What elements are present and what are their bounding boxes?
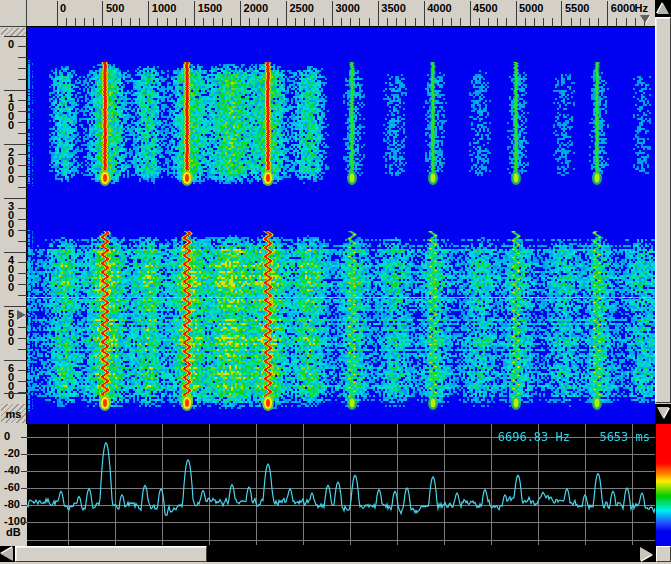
freq-major-tick: [240, 1, 241, 27]
freq-minor-tick: [442, 18, 443, 26]
time-minor-tick: [18, 338, 27, 339]
freq-tick-label: 1000: [152, 3, 176, 13]
frequency-readout: 6696.83 Hz: [484, 430, 570, 444]
ruler-corner-box: [0, 0, 27, 27]
time-minor-tick: [18, 219, 27, 220]
freq-minor-tick: [396, 18, 397, 26]
freq-major-tick: [516, 1, 517, 27]
freq-minor-tick: [249, 18, 250, 26]
db-tick-label: -80: [4, 499, 20, 509]
freq-minor-tick: [451, 18, 452, 26]
time-ruler: ms 0100020003000400050006000: [0, 27, 27, 424]
horizontal-scrollbar-thumb[interactable]: [15, 546, 207, 562]
freq-minor-tick: [93, 18, 94, 26]
time-minor-tick: [18, 100, 27, 101]
freq-minor-tick: [176, 18, 177, 26]
time-minor-tick: [18, 46, 27, 47]
freq-minor-tick: [75, 18, 76, 26]
freq-minor-tick: [277, 18, 278, 26]
freq-minor-tick: [203, 18, 204, 26]
time-minor-tick: [18, 241, 27, 242]
freq-minor-tick: [626, 18, 627, 26]
freq-minor-tick: [231, 18, 232, 26]
freq-major-tick: [561, 1, 562, 27]
freq-major-tick: [194, 1, 195, 27]
up-arrow-icon: [657, 3, 669, 14]
time-major-tick: [4, 360, 27, 361]
freq-major-tick: [57, 1, 58, 27]
time-minor-tick: [18, 208, 27, 209]
freq-minor-tick: [405, 18, 406, 26]
vertical-scrollbar[interactable]: [655, 0, 671, 421]
time-minor-tick: [18, 165, 27, 166]
time-minor-tick: [18, 133, 27, 134]
scroll-down-button[interactable]: [655, 404, 671, 421]
freq-minor-tick: [433, 18, 434, 26]
freq-minor-tick: [497, 18, 498, 26]
freq-minor-tick: [130, 18, 131, 26]
time-end-tick: [4, 393, 27, 394]
freq-minor-tick: [598, 18, 599, 26]
freq-minor-tick: [589, 18, 590, 26]
freq-major-tick: [424, 1, 425, 27]
freq-minor-tick: [341, 18, 342, 26]
freq-minor-tick: [571, 18, 572, 26]
freq-minor-tick: [323, 18, 324, 26]
freq-minor-tick: [552, 18, 553, 26]
freq-minor-tick: [167, 18, 168, 26]
freq-minor-tick: [213, 18, 214, 26]
freq-major-tick: [470, 1, 471, 27]
freq-minor-tick: [304, 18, 305, 26]
freq-minor-tick: [222, 18, 223, 26]
scroll-right-button[interactable]: [622, 546, 656, 562]
freq-minor-tick: [121, 18, 122, 26]
time-major-tick: [4, 306, 27, 307]
time-unit-label: ms: [1, 404, 26, 423]
db-tick-label: 0: [4, 431, 10, 441]
spectrogram-display[interactable]: [27, 27, 655, 424]
freq-tick-label: 3500: [381, 3, 405, 13]
frequency-cursor-marker-icon[interactable]: [640, 15, 650, 23]
freq-major-tick: [332, 1, 333, 27]
intensity-colorbar: [656, 424, 671, 546]
freq-tick-label: 3000: [335, 3, 359, 13]
db-tick-label: -60: [4, 482, 20, 492]
vertical-scrollbar-thumb[interactable]: [655, 17, 671, 403]
horizontal-scrollbar[interactable]: [0, 546, 671, 562]
time-minor-tick: [18, 370, 27, 371]
freq-minor-tick: [580, 18, 581, 26]
down-arrow-icon: [657, 407, 669, 418]
freq-minor-tick: [525, 18, 526, 26]
freq-minor-tick: [506, 18, 507, 26]
time-major-tick: [4, 198, 27, 199]
freq-minor-tick: [460, 18, 461, 26]
freq-minor-tick: [616, 18, 617, 26]
freq-minor-tick: [258, 18, 259, 26]
frequency-unit-label: Hz: [635, 3, 648, 13]
time-minor-tick: [18, 68, 27, 69]
freq-major-tick: [378, 1, 379, 27]
freq-minor-tick: [314, 18, 315, 26]
freq-tick-label: 1500: [198, 3, 222, 13]
db-tick-label: -100: [4, 516, 26, 526]
freq-tick-label: 500: [106, 3, 124, 13]
freq-major-tick: [286, 1, 287, 27]
scrollbar-corner-box: [656, 546, 671, 562]
time-cursor-marker-icon[interactable]: [17, 310, 26, 320]
scroll-up-button[interactable]: [655, 0, 671, 17]
time-minor-tick: [18, 230, 27, 231]
freq-minor-tick: [479, 18, 480, 26]
scroll-left-button[interactable]: [0, 546, 15, 562]
time-minor-tick: [18, 381, 27, 382]
freq-minor-tick: [139, 18, 140, 26]
time-minor-tick: [18, 273, 27, 274]
time-minor-tick: [18, 154, 27, 155]
freq-tick-label: 0: [60, 3, 66, 13]
time-major-tick: [4, 252, 27, 253]
freq-minor-tick: [350, 18, 351, 26]
time-minor-tick: [18, 349, 27, 350]
time-major-tick: [4, 36, 27, 37]
freq-tick-label: 4500: [473, 3, 497, 13]
time-major-tick: [4, 144, 27, 145]
freq-major-tick: [102, 1, 103, 27]
